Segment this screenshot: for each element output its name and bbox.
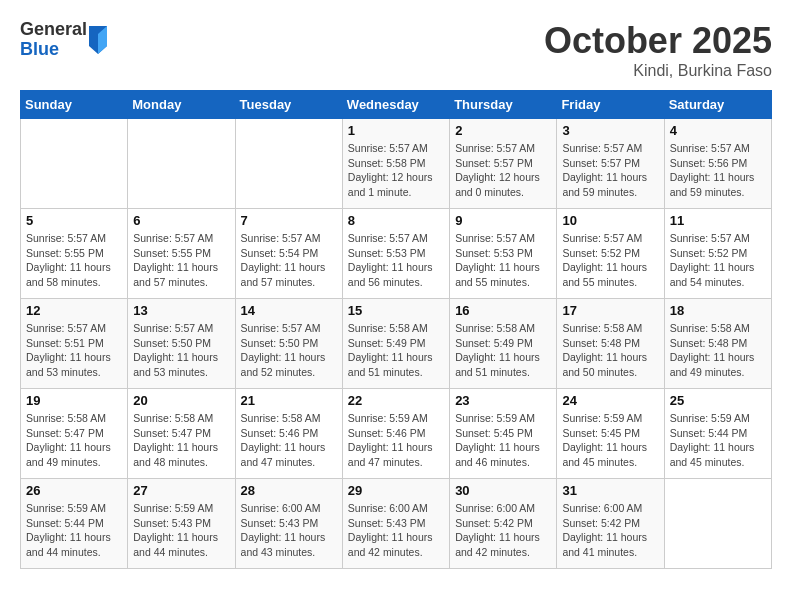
day-number: 17 [562,303,658,318]
calendar-cell: 27Sunrise: 5:59 AM Sunset: 5:43 PM Dayli… [128,479,235,569]
day-number: 21 [241,393,337,408]
day-info: Sunrise: 5:57 AM Sunset: 5:58 PM Dayligh… [348,141,444,200]
calendar-table: SundayMondayTuesdayWednesdayThursdayFrid… [20,90,772,569]
col-header-thursday: Thursday [450,91,557,119]
calendar-cell: 22Sunrise: 5:59 AM Sunset: 5:46 PM Dayli… [342,389,449,479]
day-info: Sunrise: 5:59 AM Sunset: 5:46 PM Dayligh… [348,411,444,470]
day-info: Sunrise: 5:57 AM Sunset: 5:52 PM Dayligh… [670,231,766,290]
week-row-3: 12Sunrise: 5:57 AM Sunset: 5:51 PM Dayli… [21,299,772,389]
calendar-cell: 16Sunrise: 5:58 AM Sunset: 5:49 PM Dayli… [450,299,557,389]
location-subtitle: Kindi, Burkina Faso [544,62,772,80]
logo-icon [87,26,109,54]
day-info: Sunrise: 5:58 AM Sunset: 5:49 PM Dayligh… [348,321,444,380]
page-header: General Blue October 2025 Kindi, Burkina… [20,20,772,80]
day-info: Sunrise: 5:59 AM Sunset: 5:44 PM Dayligh… [670,411,766,470]
day-info: Sunrise: 5:57 AM Sunset: 5:54 PM Dayligh… [241,231,337,290]
day-info: Sunrise: 6:00 AM Sunset: 5:43 PM Dayligh… [348,501,444,560]
day-info: Sunrise: 5:58 AM Sunset: 5:46 PM Dayligh… [241,411,337,470]
col-header-wednesday: Wednesday [342,91,449,119]
calendar-cell: 8Sunrise: 5:57 AM Sunset: 5:53 PM Daylig… [342,209,449,299]
day-info: Sunrise: 5:57 AM Sunset: 5:55 PM Dayligh… [133,231,229,290]
calendar-cell [128,119,235,209]
day-info: Sunrise: 5:57 AM Sunset: 5:50 PM Dayligh… [133,321,229,380]
col-header-saturday: Saturday [664,91,771,119]
calendar-cell: 24Sunrise: 5:59 AM Sunset: 5:45 PM Dayli… [557,389,664,479]
logo-general-text: General [20,20,87,40]
day-info: Sunrise: 5:59 AM Sunset: 5:45 PM Dayligh… [455,411,551,470]
day-info: Sunrise: 6:00 AM Sunset: 5:42 PM Dayligh… [455,501,551,560]
day-info: Sunrise: 5:57 AM Sunset: 5:51 PM Dayligh… [26,321,122,380]
day-info: Sunrise: 5:58 AM Sunset: 5:48 PM Dayligh… [670,321,766,380]
day-info: Sunrise: 5:57 AM Sunset: 5:57 PM Dayligh… [455,141,551,200]
calendar-cell: 29Sunrise: 6:00 AM Sunset: 5:43 PM Dayli… [342,479,449,569]
calendar-cell: 23Sunrise: 5:59 AM Sunset: 5:45 PM Dayli… [450,389,557,479]
day-number: 15 [348,303,444,318]
day-number: 2 [455,123,551,138]
day-number: 13 [133,303,229,318]
calendar-cell: 15Sunrise: 5:58 AM Sunset: 5:49 PM Dayli… [342,299,449,389]
day-number: 10 [562,213,658,228]
day-number: 1 [348,123,444,138]
calendar-cell: 14Sunrise: 5:57 AM Sunset: 5:50 PM Dayli… [235,299,342,389]
day-number: 25 [670,393,766,408]
day-number: 12 [26,303,122,318]
day-info: Sunrise: 5:59 AM Sunset: 5:45 PM Dayligh… [562,411,658,470]
header-row: SundayMondayTuesdayWednesdayThursdayFrid… [21,91,772,119]
calendar-cell: 5Sunrise: 5:57 AM Sunset: 5:55 PM Daylig… [21,209,128,299]
logo: General Blue [20,20,109,60]
calendar-cell: 20Sunrise: 5:58 AM Sunset: 5:47 PM Dayli… [128,389,235,479]
calendar-cell [235,119,342,209]
day-info: Sunrise: 5:57 AM Sunset: 5:52 PM Dayligh… [562,231,658,290]
calendar-cell: 18Sunrise: 5:58 AM Sunset: 5:48 PM Dayli… [664,299,771,389]
calendar-cell: 19Sunrise: 5:58 AM Sunset: 5:47 PM Dayli… [21,389,128,479]
day-number: 5 [26,213,122,228]
day-number: 27 [133,483,229,498]
calendar-cell: 30Sunrise: 6:00 AM Sunset: 5:42 PM Dayli… [450,479,557,569]
day-number: 18 [670,303,766,318]
day-number: 30 [455,483,551,498]
day-info: Sunrise: 5:58 AM Sunset: 5:47 PM Dayligh… [133,411,229,470]
col-header-tuesday: Tuesday [235,91,342,119]
day-number: 8 [348,213,444,228]
month-title: October 2025 [544,20,772,62]
title-block: October 2025 Kindi, Burkina Faso [544,20,772,80]
day-number: 7 [241,213,337,228]
calendar-cell: 10Sunrise: 5:57 AM Sunset: 5:52 PM Dayli… [557,209,664,299]
day-number: 14 [241,303,337,318]
day-number: 20 [133,393,229,408]
day-number: 3 [562,123,658,138]
calendar-cell: 1Sunrise: 5:57 AM Sunset: 5:58 PM Daylig… [342,119,449,209]
day-info: Sunrise: 5:59 AM Sunset: 5:43 PM Dayligh… [133,501,229,560]
calendar-cell: 13Sunrise: 5:57 AM Sunset: 5:50 PM Dayli… [128,299,235,389]
day-info: Sunrise: 5:58 AM Sunset: 5:48 PM Dayligh… [562,321,658,380]
day-number: 28 [241,483,337,498]
day-info: Sunrise: 5:57 AM Sunset: 5:55 PM Dayligh… [26,231,122,290]
col-header-monday: Monday [128,91,235,119]
calendar-cell: 2Sunrise: 5:57 AM Sunset: 5:57 PM Daylig… [450,119,557,209]
day-info: Sunrise: 5:57 AM Sunset: 5:56 PM Dayligh… [670,141,766,200]
day-number: 19 [26,393,122,408]
day-number: 6 [133,213,229,228]
calendar-cell: 12Sunrise: 5:57 AM Sunset: 5:51 PM Dayli… [21,299,128,389]
day-number: 24 [562,393,658,408]
calendar-cell: 6Sunrise: 5:57 AM Sunset: 5:55 PM Daylig… [128,209,235,299]
calendar-cell: 4Sunrise: 5:57 AM Sunset: 5:56 PM Daylig… [664,119,771,209]
calendar-cell: 9Sunrise: 5:57 AM Sunset: 5:53 PM Daylig… [450,209,557,299]
calendar-cell [21,119,128,209]
calendar-cell: 26Sunrise: 5:59 AM Sunset: 5:44 PM Dayli… [21,479,128,569]
col-header-sunday: Sunday [21,91,128,119]
day-info: Sunrise: 6:00 AM Sunset: 5:42 PM Dayligh… [562,501,658,560]
day-number: 16 [455,303,551,318]
day-number: 23 [455,393,551,408]
calendar-cell: 25Sunrise: 5:59 AM Sunset: 5:44 PM Dayli… [664,389,771,479]
col-header-friday: Friday [557,91,664,119]
calendar-cell: 11Sunrise: 5:57 AM Sunset: 5:52 PM Dayli… [664,209,771,299]
day-info: Sunrise: 5:59 AM Sunset: 5:44 PM Dayligh… [26,501,122,560]
day-info: Sunrise: 5:57 AM Sunset: 5:53 PM Dayligh… [455,231,551,290]
day-info: Sunrise: 6:00 AM Sunset: 5:43 PM Dayligh… [241,501,337,560]
calendar-cell: 31Sunrise: 6:00 AM Sunset: 5:42 PM Dayli… [557,479,664,569]
day-info: Sunrise: 5:57 AM Sunset: 5:50 PM Dayligh… [241,321,337,380]
calendar-cell [664,479,771,569]
week-row-2: 5Sunrise: 5:57 AM Sunset: 5:55 PM Daylig… [21,209,772,299]
day-info: Sunrise: 5:58 AM Sunset: 5:47 PM Dayligh… [26,411,122,470]
